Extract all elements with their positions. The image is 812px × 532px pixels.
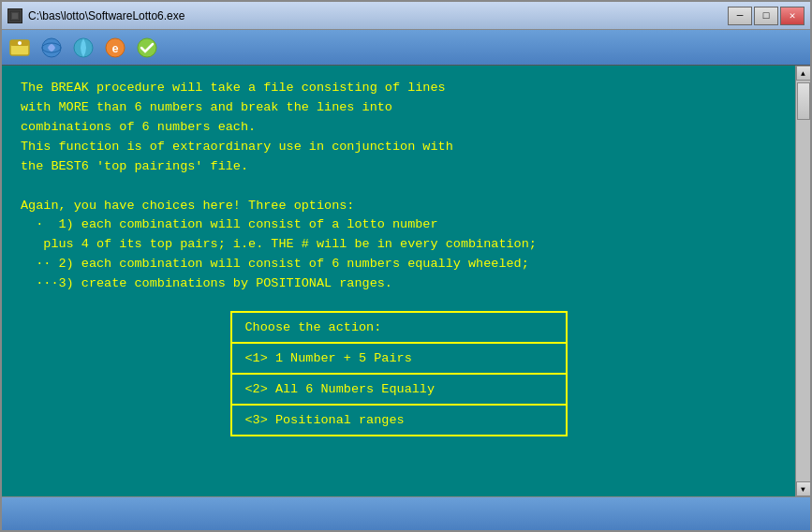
taskbar-icon-3[interactable] xyxy=(69,34,97,62)
main-content-area: The BREAK procedure will take a file con… xyxy=(2,66,810,496)
taskbar-icon-5[interactable] xyxy=(133,34,161,62)
window-frame: C:\bas\lotto\SoftwareLotto6.exe ─ □ ✕ xyxy=(0,0,812,532)
window-icon xyxy=(7,8,22,23)
title-bar: C:\bas\lotto\SoftwareLotto6.exe ─ □ ✕ xyxy=(2,2,810,30)
taskbar-icon-4[interactable]: e xyxy=(101,34,129,62)
terminal-area: The BREAK procedure will take a file con… xyxy=(2,66,795,496)
title-bar-left: C:\bas\lotto\SoftwareLotto6.exe xyxy=(7,8,185,23)
minimize-button[interactable]: ─ xyxy=(728,7,752,25)
taskbar-icon-2[interactable] xyxy=(37,34,66,62)
maximize-button[interactable]: □ xyxy=(754,7,778,25)
title-bar-buttons: ─ □ ✕ xyxy=(728,7,805,25)
menu-item-2[interactable]: <2> All 6 Numbers Equally xyxy=(232,375,566,406)
close-button[interactable]: ✕ xyxy=(780,7,805,25)
terminal-text: The BREAK procedure will take a file con… xyxy=(21,79,776,294)
svg-rect-1 xyxy=(12,13,18,19)
menu-item-1[interactable]: <1> 1 Number + 5 Pairs xyxy=(232,344,566,375)
menu-header: Choose the action: xyxy=(232,313,566,344)
window-title: C:\bas\lotto\SoftwareLotto6.exe xyxy=(28,9,185,22)
menu-box: Choose the action: <1> 1 Number + 5 Pair… xyxy=(230,311,568,436)
scrollbar-thumb[interactable] xyxy=(797,82,810,120)
menu-item-3[interactable]: <3> Positional ranges xyxy=(232,406,566,435)
svg-point-4 xyxy=(18,41,22,45)
scroll-up-arrow[interactable]: ▲ xyxy=(796,66,811,81)
svg-text:e: e xyxy=(111,43,118,56)
taskbar-area: e xyxy=(2,30,810,66)
scroll-down-arrow[interactable]: ▼ xyxy=(796,481,811,496)
taskbar-icon-1[interactable] xyxy=(6,34,34,62)
bottom-taskbar xyxy=(2,496,810,530)
scrollbar: ▲ ▼ xyxy=(795,66,810,496)
